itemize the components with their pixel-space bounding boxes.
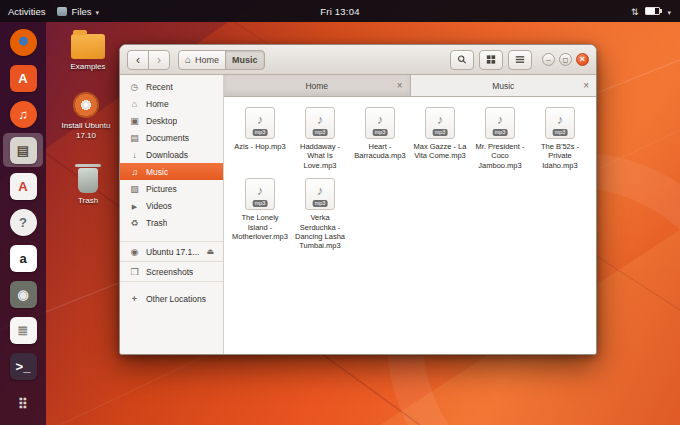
- dock-item-show-applications[interactable]: ⠿: [3, 387, 43, 421]
- ubuntu-installer-icon: [73, 92, 99, 118]
- dock-item-ubuntu-software[interactable]: A: [3, 61, 43, 95]
- sidebar-item-label: Videos: [146, 201, 172, 211]
- file-extension-badge: mp3: [373, 129, 388, 136]
- sidebar-item-ubuntu-volume[interactable]: Ubuntu 17.1...: [120, 242, 223, 262]
- file-extension-badge: mp3: [253, 129, 268, 136]
- maximize-button[interactable]: [559, 53, 572, 66]
- app-menu-label: Files: [71, 6, 91, 17]
- tab-home[interactable]: Home: [224, 75, 411, 96]
- sidebar-item-other-locations[interactable]: Other Locations: [120, 290, 223, 307]
- forward-button[interactable]: [148, 50, 170, 70]
- ubuntu-desktop: Activities Files Fri 13:04 A ♫ ▤: [0, 0, 680, 425]
- search-icon: [457, 54, 467, 65]
- dock-app-icon: a: [10, 245, 37, 272]
- main-pane: Home Music mp3 Azis - Ho: [224, 75, 596, 354]
- dock-item-help[interactable]: ?: [3, 205, 43, 239]
- file-item[interactable]: mp3 The Lonely Island - Motherlover.mp3: [230, 176, 290, 253]
- dock-app-icon: ≣: [10, 317, 37, 344]
- back-button[interactable]: [127, 50, 149, 70]
- chevron-down-icon: [667, 6, 671, 17]
- music-note-icon: [377, 112, 384, 127]
- sidebar-item-home[interactable]: Home: [120, 95, 223, 112]
- file-name: Heart - Barracuda.mp3: [352, 142, 408, 161]
- sidebar-item-videos[interactable]: Videos: [120, 197, 223, 214]
- dock-item-libreoffice[interactable]: A: [3, 169, 43, 203]
- sidebar-item-screenshots[interactable]: Screenshots: [120, 262, 223, 282]
- breadcrumb-music-button[interactable]: Music: [225, 50, 265, 70]
- file-extension-badge: mp3: [553, 129, 568, 136]
- file-item[interactable]: mp3 Haddaway - What Is Love.mp3: [290, 105, 350, 172]
- file-item[interactable]: mp3 The B'52s - Private Idaho.mp3: [530, 105, 590, 172]
- sidebar-item-icon: [129, 116, 140, 126]
- desktop-icon-label: Trash: [78, 196, 98, 206]
- sidebar-item-pictures[interactable]: Pictures: [120, 180, 223, 197]
- chevron-down-icon: [96, 6, 100, 17]
- mp3-file-icon: mp3: [305, 107, 335, 139]
- clock[interactable]: Fri 13:04: [320, 6, 359, 17]
- file-name: Azis - Hop.mp3: [234, 142, 285, 151]
- window-controls: [542, 53, 589, 66]
- dock-app-icon: ⠿: [10, 391, 37, 418]
- tab-close-icon[interactable]: [397, 81, 403, 91]
- file-name: Haddaway - What Is Love.mp3: [292, 142, 348, 170]
- music-note-icon: [317, 112, 324, 127]
- breadcrumb-home-button[interactable]: Home: [178, 50, 226, 70]
- tab-bar: Home Music: [224, 75, 596, 97]
- sidebar-item-trash[interactable]: Trash: [120, 214, 223, 231]
- dock-item-text-editor[interactable]: ≣: [3, 313, 43, 347]
- top-bar-left: Activities Files: [0, 6, 99, 17]
- activities-button[interactable]: Activities: [8, 6, 45, 17]
- desktop-icon-examples[interactable]: Examples: [60, 34, 116, 72]
- sidebar-item-label: Documents: [146, 133, 189, 143]
- dock-item-terminal[interactable]: >_: [3, 349, 43, 383]
- dock-item-amazon[interactable]: a: [3, 241, 43, 275]
- eject-icon[interactable]: [206, 247, 214, 256]
- sidebar-item-desktop[interactable]: Desktop: [120, 112, 223, 129]
- music-note-icon: [257, 183, 264, 198]
- tab-label: Home: [305, 81, 328, 91]
- file-name: Max Gazze - La Vita Come.mp3: [412, 142, 468, 161]
- dock-app-icon: A: [10, 65, 37, 92]
- dock-app-icon: ♫: [10, 101, 37, 128]
- menu-button[interactable]: [508, 50, 532, 70]
- desktop-icon-trash[interactable]: Trash: [60, 168, 116, 206]
- sidebar-item-downloads[interactable]: Downloads: [120, 146, 223, 163]
- breadcrumb-home-label: Home: [195, 55, 219, 65]
- system-status-area[interactable]: [631, 6, 680, 17]
- dock-item-rhythmbox[interactable]: ♫: [3, 97, 43, 131]
- sidebar-device-icon: [129, 247, 140, 257]
- sidebar-item-label: Home: [146, 99, 169, 109]
- file-item[interactable]: mp3 Heart - Barracuda.mp3: [350, 105, 410, 172]
- dock-item-screenshot[interactable]: ◉: [3, 277, 43, 311]
- tab-music[interactable]: Music: [411, 75, 597, 96]
- file-item[interactable]: mp3 Verka Serduchka - Dancing Lasha Tumb…: [290, 176, 350, 253]
- app-menu[interactable]: Files: [57, 6, 99, 17]
- top-bar: Activities Files Fri 13:04: [0, 0, 680, 22]
- file-item[interactable]: mp3 Mr. President - Coco Jamboo.mp3: [470, 105, 530, 172]
- sidebar-item-icon: [129, 167, 140, 177]
- sidebar-item-documents[interactable]: Documents: [120, 129, 223, 146]
- mp3-file-icon: mp3: [365, 107, 395, 139]
- minimize-button[interactable]: [542, 53, 555, 66]
- sidebar-item-label: Recent: [146, 82, 173, 92]
- home-icon: [185, 54, 191, 65]
- mp3-file-icon: mp3: [245, 107, 275, 139]
- mp3-file-icon: mp3: [545, 107, 575, 139]
- sidebar-item-recent[interactable]: Recent: [120, 78, 223, 95]
- file-item[interactable]: mp3 Max Gazze - La Vita Come.mp3: [410, 105, 470, 172]
- file-name: The Lonely Island - Motherlover.mp3: [232, 213, 288, 241]
- files-window: Home Music: [119, 44, 597, 355]
- tab-label: Music: [492, 81, 514, 91]
- file-name: Verka Serduchka - Dancing Lasha Tumbai.m…: [292, 213, 348, 251]
- window-headerbar[interactable]: Home Music: [120, 45, 596, 75]
- search-button[interactable]: [450, 50, 474, 70]
- tab-close-icon[interactable]: [583, 81, 589, 91]
- close-button[interactable]: [576, 53, 589, 66]
- sidebar-item-music[interactable]: Music: [120, 163, 223, 180]
- view-toggle-button[interactable]: [479, 50, 503, 70]
- dock-item-firefox[interactable]: [3, 25, 43, 59]
- mp3-file-icon: mp3: [485, 107, 515, 139]
- dock-item-files[interactable]: ▤: [3, 133, 43, 167]
- desktop-icon-install-ubuntu[interactable]: Install Ubuntu 17.10: [54, 92, 118, 140]
- file-item[interactable]: mp3 Azis - Hop.mp3: [230, 105, 290, 172]
